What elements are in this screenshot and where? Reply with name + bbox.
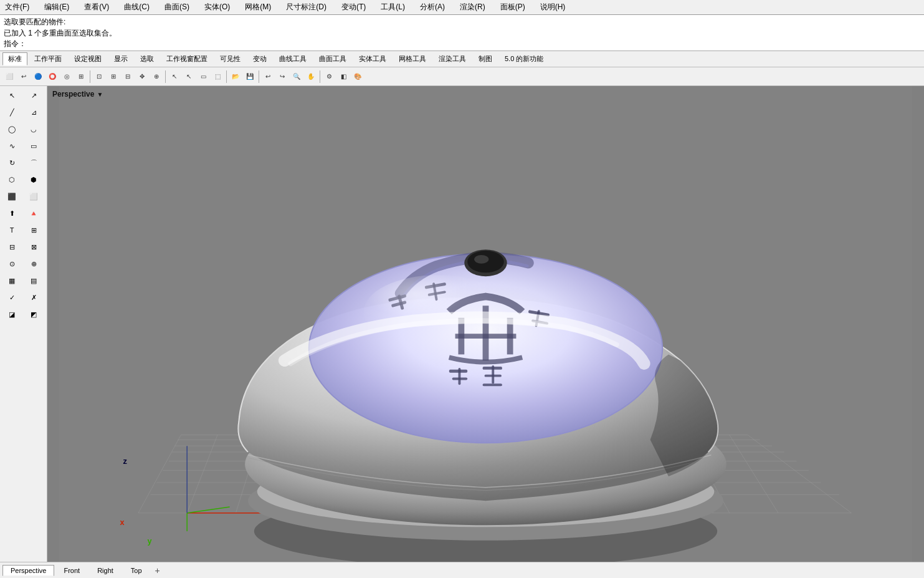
menu-transform[interactable]: 变动(T) (339, 1, 368, 13)
menu-mesh[interactable]: 网格(M) (242, 1, 274, 13)
tab-viewport-config[interactable]: 工作视窗配置 (161, 52, 213, 65)
vp-tab-right[interactable]: Right (89, 565, 121, 576)
lt-row-2: ╱ ⊿ (1, 104, 45, 120)
tab-mesh-tools[interactable]: 网格工具 (393, 52, 432, 65)
lt-row-3: ◯ ◡ (1, 121, 45, 137)
tb-icon-zoom[interactable]: 🔍 (290, 70, 303, 84)
tb-icon-1[interactable]: ⬜ (2, 70, 16, 84)
tab-standard[interactable]: 标准 (2, 52, 27, 65)
tab-solid-tools[interactable]: 实体工具 (353, 52, 392, 65)
tb-icon-10[interactable]: ✥ (135, 70, 149, 84)
viewport-name: Perspective (52, 90, 94, 99)
tab-visibility[interactable]: 可见性 (214, 52, 246, 65)
tb-icon-11[interactable]: ⊕ (150, 70, 163, 84)
lt-mesh[interactable]: ▦ (1, 272, 22, 289)
tab-curve-tools[interactable]: 曲线工具 (274, 52, 312, 65)
menu-solid[interactable]: 实体(O) (202, 1, 232, 13)
tb-icon-6[interactable]: ⊞ (74, 70, 88, 84)
tab-display[interactable]: 显示 (108, 52, 133, 65)
lt-snap[interactable]: ⊕ (23, 256, 44, 272)
lt-select2[interactable]: ↗ (23, 87, 44, 104)
tb-icon-3[interactable]: 🔵 (31, 70, 45, 84)
tb-icon-save[interactable]: 💾 (243, 70, 257, 84)
lt-group[interactable]: ⊟ (1, 239, 22, 255)
menu-panel[interactable]: 面板(P) (498, 1, 528, 13)
lt-hatch[interactable]: ◪ (1, 306, 22, 322)
menu-tools[interactable]: 工具(L) (378, 1, 407, 13)
tb-icon-select-window[interactable]: ⬚ (211, 70, 224, 84)
lt-circle[interactable]: ◯ (1, 121, 22, 137)
tb-icon-render-icon[interactable]: 🎨 (351, 70, 364, 84)
lt-dim[interactable]: ⊞ (23, 222, 44, 238)
lt-check[interactable]: ✓ (1, 289, 22, 306)
menu-analysis[interactable]: 分析(A) (417, 1, 447, 13)
lt-text[interactable]: T (1, 222, 22, 238)
tb-icon-cursor[interactable]: ↖ (182, 70, 196, 84)
tb-icon-5[interactable]: ◎ (60, 70, 74, 84)
svg-rect-50 (483, 383, 502, 386)
tb-icon-9[interactable]: ⊟ (121, 70, 135, 84)
command-prompt-label: 指令： (4, 39, 26, 49)
tab-transform[interactable]: 变动 (247, 52, 272, 65)
lt-freeform[interactable]: ⌒ (23, 155, 44, 171)
menu-edit[interactable]: 编辑(E) (42, 1, 72, 13)
menu-help[interactable]: 说明(H) (538, 1, 568, 13)
lt-solid[interactable]: ⬛ (1, 188, 22, 205)
tab-setview[interactable]: 设定视图 (69, 52, 107, 65)
lt-loft[interactable]: 🔺 (23, 205, 44, 221)
lt-point[interactable]: ⊙ (1, 256, 22, 272)
lt-row-1: ↖ ↗ (1, 87, 45, 104)
menu-view[interactable]: 查看(V) (82, 1, 112, 13)
tb-icon-8[interactable]: ⊞ (107, 70, 120, 84)
lt-surface[interactable]: ⬡ (1, 171, 22, 188)
tb-icon-7[interactable]: ⊡ (92, 70, 106, 84)
lt-rect[interactable]: ▭ (23, 138, 44, 154)
lt-rotate[interactable]: ↻ (1, 155, 22, 171)
lt-arc[interactable]: ◡ (23, 121, 44, 137)
menu-render[interactable]: 渲染(R) (457, 1, 488, 13)
lt-ungroup[interactable]: ⊠ (23, 239, 44, 255)
vp-tab-add-button[interactable]: + (151, 564, 164, 577)
lt-row-9: T ⊞ (1, 222, 45, 238)
tb-icon-redo[interactable]: ↪ (275, 70, 289, 84)
tab-workplane[interactable]: 工作平面 (29, 52, 67, 65)
tb-icon-layers[interactable]: ◧ (336, 70, 350, 84)
lt-solid2[interactable]: ⬜ (23, 188, 44, 205)
lt-row-12: ▦ ▤ (1, 272, 45, 289)
tab-select[interactable]: 选取 (135, 52, 160, 65)
lt-mark[interactable]: ✗ (23, 289, 44, 306)
tab-drafting[interactable]: 制图 (473, 52, 498, 65)
toolbar-sep-5 (320, 70, 320, 83)
lt-surface2[interactable]: ⬢ (23, 171, 44, 188)
menu-curve[interactable]: 曲线(C) (121, 1, 152, 13)
command-input[interactable] (29, 40, 153, 49)
menu-dims[interactable]: 尺寸标注(D) (283, 1, 329, 13)
svg-rect-49 (492, 365, 494, 383)
vp-tab-perspective[interactable]: Perspective (2, 565, 54, 576)
lt-curve[interactable]: ∿ (1, 138, 22, 154)
tb-icon-open[interactable]: 📂 (229, 70, 242, 84)
vp-tab-top[interactable]: Top (123, 565, 150, 576)
vp-tab-front[interactable]: Front (55, 565, 88, 576)
lt-polyline[interactable]: ⊿ (23, 104, 44, 120)
lt-extrude[interactable]: ⬆ (1, 205, 22, 221)
tb-icon-pan[interactable]: ✋ (304, 70, 318, 84)
tab-surface-tools[interactable]: 曲面工具 (313, 52, 352, 65)
menu-surface[interactable]: 曲面(S) (162, 1, 192, 13)
tb-icon-4[interactable]: ⭕ (45, 70, 59, 84)
tb-icon-undo[interactable]: ↩ (261, 70, 275, 84)
tab-render-tools[interactable]: 渲染工具 (433, 52, 472, 65)
lt-fill[interactable]: ◩ (23, 306, 44, 322)
lt-mesh2[interactable]: ▤ (23, 272, 44, 289)
viewport-perspective[interactable]: Perspective ▼ (47, 86, 924, 562)
tb-icon-props[interactable]: ⚙ (322, 70, 336, 84)
lt-select[interactable]: ↖ (1, 87, 22, 104)
tb-icon-select-box[interactable]: ▭ (196, 70, 210, 84)
tb-icon-2[interactable]: ↩ (17, 70, 31, 84)
tb-icon-12[interactable]: ↖ (168, 70, 181, 84)
viewport-tabs-bar: Perspective Front Right Top + (0, 562, 924, 578)
tab-new-features[interactable]: 5.0 的新功能 (499, 52, 549, 65)
lt-line[interactable]: ╱ (1, 104, 22, 120)
viewport-dropdown-icon[interactable]: ▼ (97, 91, 103, 98)
menu-file[interactable]: 文件(F) (2, 1, 32, 13)
